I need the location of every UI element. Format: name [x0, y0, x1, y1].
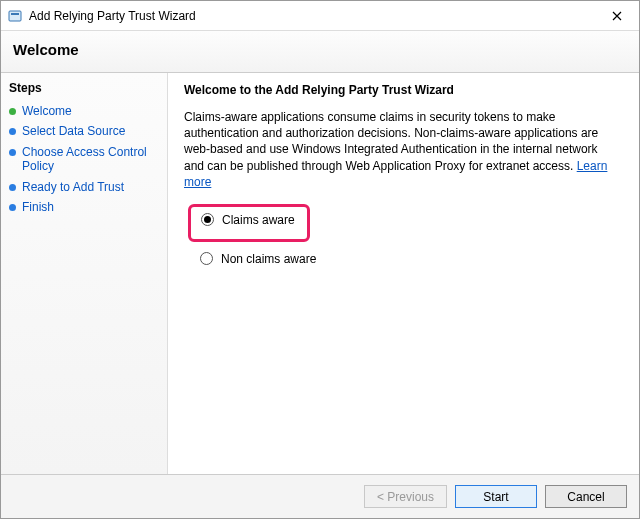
step-welcome[interactable]: Welcome	[7, 101, 161, 121]
step-ready-to-add-trust[interactable]: Ready to Add Trust	[7, 177, 161, 197]
content-text: Claims-aware applications consume claims…	[184, 110, 598, 173]
wizard-icon	[7, 8, 23, 24]
banner: Welcome	[1, 31, 639, 73]
svg-rect-0	[9, 11, 21, 21]
banner-heading: Welcome	[13, 41, 627, 58]
footer: < Previous Start Cancel	[1, 474, 639, 518]
step-label: Choose Access Control Policy	[22, 145, 159, 174]
window-title: Add Relying Party Trust Wizard	[29, 9, 594, 23]
radio-icon	[200, 252, 213, 265]
steps-heading: Steps	[9, 81, 161, 95]
step-bullet-icon	[9, 128, 16, 135]
step-bullet-icon	[9, 149, 16, 156]
step-label: Welcome	[22, 104, 72, 118]
radio-label: Non claims aware	[221, 252, 316, 266]
title-bar: Add Relying Party Trust Wizard	[1, 1, 639, 31]
content-heading: Welcome to the Add Relying Party Trust W…	[184, 83, 623, 97]
highlight-box: Claims aware	[188, 204, 310, 242]
radio-icon	[201, 213, 214, 226]
content-area: Welcome to the Add Relying Party Trust W…	[168, 73, 639, 474]
radio-label: Claims aware	[222, 213, 295, 227]
step-bullet-icon	[9, 184, 16, 191]
steps-sidebar: Steps Welcome Select Data Source Choose …	[1, 73, 168, 474]
step-label: Select Data Source	[22, 124, 125, 138]
svg-rect-1	[11, 13, 19, 15]
step-bullet-icon	[9, 204, 16, 211]
radio-claims-aware[interactable]: Claims aware	[195, 209, 301, 231]
step-label: Finish	[22, 200, 54, 214]
cancel-button[interactable]: Cancel	[545, 485, 627, 508]
step-bullet-icon	[9, 108, 16, 115]
step-label: Ready to Add Trust	[22, 180, 124, 194]
start-button[interactable]: Start	[455, 485, 537, 508]
close-button[interactable]	[594, 1, 639, 31]
content-paragraph: Claims-aware applications consume claims…	[184, 109, 614, 190]
step-access-control-policy[interactable]: Choose Access Control Policy	[7, 142, 161, 177]
step-select-data-source[interactable]: Select Data Source	[7, 121, 161, 141]
step-finish[interactable]: Finish	[7, 197, 161, 217]
radio-non-claims-aware[interactable]: Non claims aware	[194, 248, 623, 270]
previous-button: < Previous	[364, 485, 447, 508]
